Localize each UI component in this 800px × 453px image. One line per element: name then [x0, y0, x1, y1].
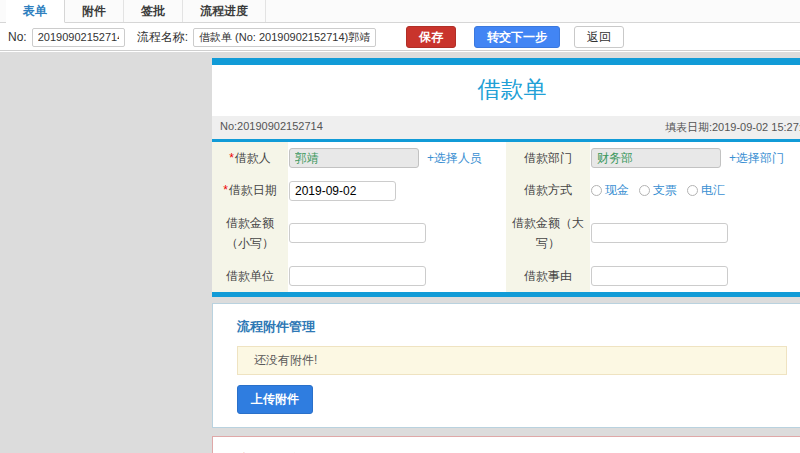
process-name-input[interactable] [193, 28, 376, 47]
tab-process-progress[interactable]: 流程进度 [183, 0, 266, 22]
borrow-reason-label: 借款事由 [506, 260, 590, 292]
borrow-unit-label: 借款单位 [212, 260, 288, 292]
borrower-label: *借款人 [212, 142, 288, 174]
radio-icon[interactable] [591, 185, 602, 196]
tab-bar: 表单 附件 签批 流程进度 [0, 0, 800, 23]
loan-form-panel: 借款单 No:20190902152714 填表日期:2019-09-02 15… [212, 58, 800, 297]
tab-form[interactable]: 表单 [6, 0, 65, 23]
amount-lowercase-label: 借款金额（小写） [212, 207, 288, 260]
upload-attachment-button[interactable]: 上传附件 [237, 385, 313, 414]
radio-option-check[interactable]: 支票 [639, 182, 677, 199]
amount-lowercase-input[interactable] [289, 223, 426, 243]
department-field: +选择部门 [590, 142, 800, 174]
back-button[interactable]: 返回 [574, 26, 624, 48]
forward-next-step-button[interactable]: 转交下一步 [474, 26, 560, 48]
panel-top-accent-bar [212, 58, 800, 65]
department-input[interactable] [591, 148, 721, 168]
department-label: 借款部门 [506, 142, 590, 174]
borrow-date-field [288, 174, 506, 206]
attachment-heading: 流程附件管理 [237, 318, 787, 336]
panel-bottom-accent-bar [212, 292, 800, 297]
borrow-reason-input[interactable] [591, 266, 728, 286]
borrow-unit-input[interactable] [289, 266, 426, 286]
borrower-input[interactable] [289, 148, 419, 168]
fill-date: 填表日期:2019-09-02 15:27:1 [665, 120, 800, 135]
borrow-date-label: *借款日期 [212, 174, 288, 206]
borrow-method-radio-group: 现金 支票 电汇 [591, 182, 725, 199]
radio-icon[interactable] [687, 185, 698, 196]
tab-approval[interactable]: 签批 [124, 0, 183, 22]
no-label: No: [8, 30, 27, 44]
amount-lowercase-field [288, 207, 506, 260]
amount-uppercase-label: 借款金额（大写） [506, 207, 590, 260]
borrow-date-input[interactable] [289, 181, 396, 201]
required-mark: * [229, 151, 234, 165]
doc-number: No:20190902152714 [220, 120, 323, 135]
doc-info-bar: No:20190902152714 填表日期:2019-09-02 15:27:… [212, 116, 800, 139]
radio-icon[interactable] [639, 185, 650, 196]
page-background: 借款单 No:20190902152714 填表日期:2019-09-02 15… [0, 52, 800, 453]
borrow-reason-field [590, 260, 800, 292]
no-input[interactable] [32, 28, 125, 47]
required-mark: * [223, 183, 228, 197]
select-person-link[interactable]: +选择人员 [427, 150, 482, 167]
approval-panel: 流程签批意见 B I abc [212, 436, 800, 453]
page-title: 借款单 [212, 65, 800, 116]
toolbar: No: 流程名称: 保存 转交下一步 返回 [0, 24, 800, 51]
save-button[interactable]: 保存 [406, 26, 456, 48]
borrower-field: +选择人员 [288, 142, 506, 174]
amount-uppercase-field [590, 207, 800, 260]
no-attachments-notice: 还没有附件! [237, 346, 787, 375]
form-grid: *借款人 +选择人员 借款部门 +选择部门 *借款日期 借款方式 [212, 142, 800, 292]
tab-attachments[interactable]: 附件 [65, 0, 124, 22]
select-department-link[interactable]: +选择部门 [729, 150, 784, 167]
borrow-method-label: 借款方式 [506, 174, 590, 206]
borrow-method-field: 现金 支票 电汇 [590, 174, 800, 206]
radio-option-cash[interactable]: 现金 [591, 182, 629, 199]
borrow-unit-field [288, 260, 506, 292]
process-name-label: 流程名称: [137, 29, 188, 46]
amount-uppercase-input[interactable] [591, 223, 728, 243]
radio-option-wire[interactable]: 电汇 [687, 182, 725, 199]
attachment-panel: 流程附件管理 还没有附件! 上传附件 [212, 303, 800, 428]
